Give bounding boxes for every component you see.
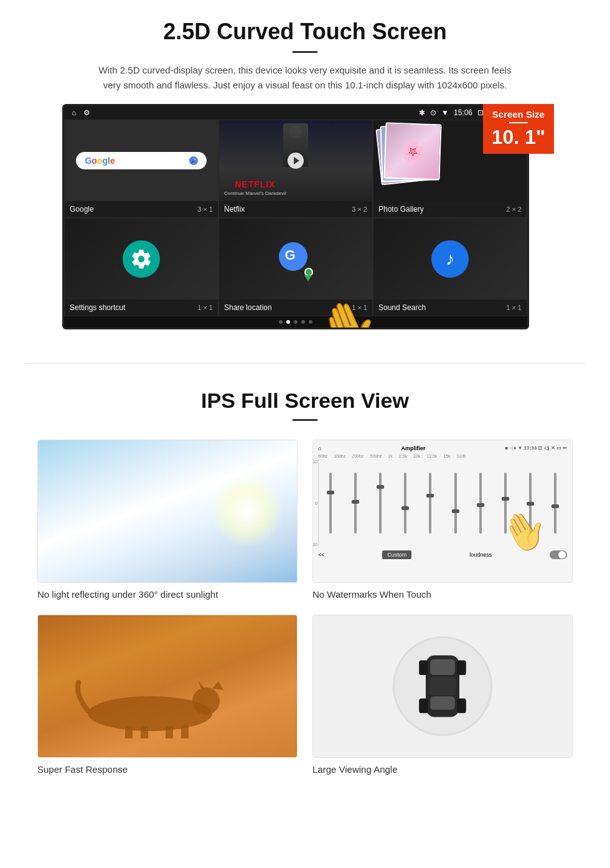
gmaps-letter: G — [285, 247, 296, 263]
eq-slider-3[interactable] — [379, 473, 382, 534]
eq-handle-3[interactable] — [377, 485, 384, 489]
app-label-google: Google 3 × 1 — [65, 201, 218, 217]
section-ips-screen: IPS Full Screen View No light reflecting… — [0, 382, 610, 793]
usb-icon: ⚙ — [83, 108, 90, 117]
eq-slider-6[interactable] — [454, 473, 457, 534]
settings-thumb[interactable] — [65, 219, 218, 300]
svg-rect-13 — [419, 699, 428, 713]
google-thumb[interactable]: Google 🎤 — [65, 120, 218, 201]
y-10: 10 — [313, 460, 317, 464]
freq-2k5: 2.5k — [399, 454, 407, 458]
eq-slider-2[interactable] — [354, 473, 357, 534]
app-cell-google[interactable]: Google 🎤 Google 3 × 1 — [64, 120, 218, 218]
feature-img-car — [312, 615, 573, 758]
eq-slider-4[interactable] — [404, 473, 406, 534]
svg-rect-6 — [166, 726, 173, 738]
svg-rect-9 — [430, 659, 455, 675]
eq-slider-7[interactable] — [479, 473, 482, 534]
svg-marker-3 — [199, 681, 205, 689]
wifi-icon: ▼ — [441, 108, 449, 117]
app-cell-shareloc[interactable]: G 🤚 Share location 1 × 1 — [218, 218, 373, 316]
play-button[interactable] — [288, 153, 304, 169]
sunlight-visual — [38, 440, 297, 582]
eq-handle-2[interactable] — [352, 500, 359, 504]
android-pagination-dots — [64, 316, 527, 328]
sound-thumb[interactable]: ♪ — [373, 219, 527, 300]
feature-img-sunlight — [37, 440, 298, 583]
eq-handle-6[interactable] — [452, 509, 459, 513]
device-mockup: Screen Size 10. 1" ⌂ ⚙ ✱ ⊙ ▼ 15:06 ⊡ ◁) — [62, 104, 548, 329]
eq-slider-5[interactable] — [429, 473, 431, 534]
freq-10k: 10k — [413, 454, 420, 458]
freq-15k: 15k — [443, 454, 450, 458]
car-visual — [313, 615, 572, 757]
section1-description: With 2.5D curved-display screen, this de… — [93, 63, 517, 93]
app-label-settings: Settings shortcut 1 × 1 — [65, 300, 218, 316]
freq-60: 60hz — [318, 454, 327, 458]
app-name-shareloc: Share location — [224, 303, 272, 312]
feature-cheetah: Super Fast Response — [37, 615, 298, 775]
shareloc-thumb[interactable]: G — [219, 219, 372, 300]
car-circle — [393, 636, 492, 736]
svg-rect-4 — [125, 726, 133, 738]
custom-button[interactable]: Custom — [382, 550, 411, 559]
eq-slider-8[interactable] — [504, 473, 507, 534]
section-divider — [25, 363, 585, 364]
app-label-shareloc: Share location 1 × 1 — [219, 300, 372, 316]
eq-handle-10[interactable] — [551, 504, 559, 508]
freq-500: 500hz — [370, 454, 382, 458]
app-cell-settings[interactable]: Settings shortcut 1 × 1 — [64, 218, 218, 316]
dot-4 — [301, 320, 305, 324]
eq-bar-wrap-10 — [543, 460, 567, 547]
freq-100: 100hz — [334, 454, 345, 458]
netflix-poster: NETFLIX Continue Marvel's Daredevil — [219, 120, 372, 201]
eq-slider-1[interactable] — [329, 473, 332, 534]
app-cell-sound[interactable]: ♪ Sound Search 1 × 1 — [373, 218, 527, 316]
app-name-google: Google — [70, 205, 94, 214]
google-search-bar[interactable]: Google 🎤 — [76, 152, 206, 169]
google-logo: Google — [85, 156, 115, 166]
feature-label-car: Large Viewing Angle — [312, 764, 573, 775]
status-time: 15:06 — [454, 108, 472, 117]
feature-label-sunlight: No light reflecting under 360° direct su… — [37, 589, 298, 600]
eq-handle-8[interactable] — [502, 497, 509, 501]
amp-footer-row: << Custom loudness — [318, 550, 567, 559]
app-size-google: 3 × 1 — [197, 205, 213, 213]
svg-rect-7 — [181, 725, 189, 738]
dot-2 — [286, 320, 290, 324]
android-screen: ⌂ ⚙ ✱ ⊙ ▼ 15:06 ⊡ ◁) ✕ ▭ — [62, 104, 529, 329]
app-name-netflix: Netflix — [224, 205, 245, 214]
feature-label-amplifier: No Watermarks When Touch — [312, 589, 573, 600]
eq-bar-wrap-4 — [393, 460, 417, 547]
badge-title: Screen Size — [492, 109, 545, 120]
apps-grid-row1: Google 🎤 Google 3 × 1 — [64, 120, 527, 218]
svg-rect-15 — [429, 677, 456, 696]
eq-handle-4[interactable] — [401, 506, 409, 510]
app-cell-netflix[interactable]: NETFLIX Continue Marvel's Daredevil Netf… — [218, 120, 373, 218]
netflix-thumb[interactable]: NETFLIX Continue Marvel's Daredevil — [219, 120, 372, 201]
eq-slider-9[interactable] — [529, 473, 532, 534]
app-size-sound: 1 × 1 — [506, 304, 522, 311]
loudness-toggle[interactable] — [550, 550, 567, 559]
mic-icon[interactable]: 🎤 — [189, 156, 198, 165]
home-icon[interactable]: ⌂ — [72, 108, 76, 117]
eq-bar-wrap-9 — [518, 460, 542, 547]
section2-title-divider — [293, 419, 317, 421]
eq-handle-1[interactable] — [327, 491, 334, 494]
toggle-knob — [558, 551, 566, 559]
eq-handle-7[interactable] — [477, 503, 484, 507]
svg-rect-12 — [457, 661, 466, 675]
dot-5 — [309, 320, 312, 324]
cheetah-svg — [69, 670, 231, 738]
eq-handle-5[interactable] — [426, 494, 434, 498]
y-0: 0 — [313, 501, 317, 506]
svg-marker-2 — [212, 681, 223, 690]
statusbar-left: ⌂ ⚙ — [72, 108, 90, 117]
amp-back-icon[interactable]: << — [318, 552, 325, 558]
eq-handle-9[interactable] — [527, 502, 534, 506]
eq-slider-10[interactable] — [554, 473, 556, 534]
eq-bar-wrap-5 — [418, 460, 442, 547]
app-size-netflix: 3 × 2 — [352, 205, 367, 213]
amp-y-labels: 10 0 -10 — [313, 460, 317, 547]
feature-label-cheetah: Super Fast Response — [37, 764, 298, 775]
